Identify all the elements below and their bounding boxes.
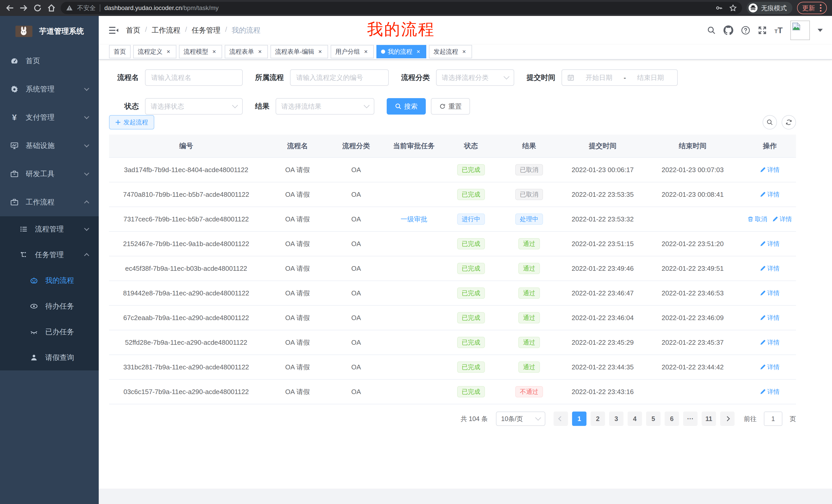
view-tab[interactable]: 流程表单 ×: [225, 45, 268, 58]
detail-link[interactable]: 详情: [772, 215, 792, 223]
sidebar-item-task-mgmt[interactable]: 任务管理: [0, 242, 99, 268]
page-number-button[interactable]: 11: [702, 412, 716, 426]
next-page-button[interactable]: [720, 412, 734, 426]
detail-link[interactable]: 详情: [760, 314, 780, 322]
search-button[interactable]: 搜索: [387, 98, 426, 115]
tab-label: 流程模型: [184, 48, 208, 56]
update-button[interactable]: 更新: [797, 2, 827, 14]
forward-icon[interactable]: [19, 3, 28, 12]
tab-close-icon[interactable]: ×: [363, 48, 369, 55]
process-definition-input[interactable]: [290, 69, 389, 86]
result-badge: 通过: [518, 361, 540, 373]
detail-link[interactable]: 详情: [760, 240, 780, 248]
sidebar-collapse-icon[interactable]: [109, 26, 118, 34]
date-start-placeholder[interactable]: 开始日期: [577, 73, 621, 82]
result-badge: 不通过: [515, 386, 543, 397]
tab-close-icon[interactable]: ×: [257, 48, 263, 55]
detail-link[interactable]: 详情: [760, 264, 780, 273]
avatar-caret-icon[interactable]: [817, 29, 823, 32]
reset-button[interactable]: 重置: [431, 98, 470, 115]
result-badge: 已取消: [515, 189, 543, 200]
page-number-button[interactable]: ···: [683, 412, 698, 426]
sidebar-item-process-mgmt[interactable]: 流程管理: [0, 216, 99, 242]
refresh-table-button[interactable]: [782, 115, 796, 130]
fullscreen-icon[interactable]: [758, 26, 767, 35]
avatar[interactable]: [790, 21, 810, 40]
view-tab[interactable]: 流程模型 ×: [179, 45, 222, 58]
page-number-button[interactable]: 6: [665, 412, 679, 426]
sidebar-item-todo-tasks[interactable]: 待办任务: [0, 293, 99, 319]
back-icon[interactable]: [5, 3, 15, 12]
tab-close-icon[interactable]: ×: [415, 48, 422, 55]
reload-icon[interactable]: [33, 3, 42, 12]
bookmark-star-icon[interactable]: [729, 4, 737, 12]
sidebar-item-workflow[interactable]: 工作流程: [0, 188, 99, 216]
github-icon[interactable]: [724, 25, 733, 35]
sidebar-item-home[interactable]: 首页: [0, 47, 99, 75]
view-tab[interactable]: 我的流程 ×: [376, 45, 426, 58]
process-name-input[interactable]: [145, 69, 243, 86]
cell-submit-time: 2022-01-22 23:46:47: [564, 289, 642, 297]
chevron-up-icon: [84, 253, 89, 258]
sidebar-item-leave-query[interactable]: 请假查询: [0, 345, 99, 370]
toggle-search-button[interactable]: [762, 115, 777, 130]
date-end-placeholder[interactable]: 结束日期: [629, 73, 672, 82]
tab-close-icon[interactable]: ×: [211, 48, 217, 55]
view-tab[interactable]: 发起流程 ×: [429, 45, 472, 58]
help-icon[interactable]: [741, 26, 750, 35]
tab-close-icon[interactable]: ×: [317, 48, 323, 55]
sidebar-item-payment[interactable]: ¥ 支付管理: [0, 103, 99, 132]
app-logo-row[interactable]: 芋道管理系统: [0, 16, 99, 47]
prev-page-button[interactable]: [553, 412, 568, 426]
status-badge: 已完成: [457, 287, 485, 299]
sidebar-item-infra[interactable]: 基础设施: [0, 132, 99, 160]
category-select[interactable]: 请选择流程分类: [436, 69, 514, 86]
breadcrumb-item[interactable]: 任务管理: [192, 25, 220, 35]
page-size-select[interactable]: 10条/页: [496, 412, 545, 426]
page-number-button[interactable]: 1: [572, 412, 587, 426]
sidebar-item-label: 流程管理: [35, 224, 64, 234]
page-number-button[interactable]: 4: [628, 412, 642, 426]
page-number-button[interactable]: 2: [591, 412, 605, 426]
detail-link[interactable]: 详情: [760, 338, 780, 346]
result-select[interactable]: 请选择流结果: [276, 98, 374, 115]
sidebar-item-system[interactable]: 系统管理: [0, 75, 99, 103]
sidebar-item-done-tasks[interactable]: 已办任务: [0, 319, 99, 345]
breadcrumb-item[interactable]: 首页: [126, 25, 140, 35]
page-number-button[interactable]: 5: [646, 412, 660, 426]
sidebar-item-devtools[interactable]: 研发工具: [0, 160, 99, 188]
view-tab[interactable]: 流程表单-编辑 ×: [270, 45, 328, 58]
detail-link[interactable]: 详情: [760, 388, 780, 396]
goto-page-input[interactable]: [764, 412, 782, 426]
detail-link[interactable]: 详情: [760, 363, 780, 371]
search-icon[interactable]: [707, 26, 716, 35]
create-process-button[interactable]: 发起流程: [109, 115, 154, 130]
submit-time-range-picker[interactable]: 开始日期 - 结束日期: [562, 69, 678, 86]
home-icon[interactable]: [47, 3, 56, 12]
current-task-link[interactable]: 一级审批: [400, 215, 427, 223]
address-bar[interactable]: 不安全 dashboard.yudao.iocoder.cn/bpm/task/…: [61, 2, 742, 14]
tab-close-icon[interactable]: ×: [165, 48, 172, 55]
kebab-menu-icon[interactable]: [820, 4, 822, 12]
detail-link[interactable]: 详情: [760, 190, 780, 199]
tab-close-icon[interactable]: ×: [461, 48, 467, 55]
cell-category: OA: [332, 289, 381, 297]
view-tab[interactable]: 用户分组 ×: [331, 45, 374, 58]
page-number-button[interactable]: 3: [609, 412, 623, 426]
password-key-icon[interactable]: [715, 4, 723, 12]
cell-process-name: OA 请假: [263, 363, 332, 372]
cell-category: OA: [332, 191, 381, 199]
chevron-down-icon: [84, 171, 89, 176]
chevron-down-icon: [535, 415, 541, 421]
cancel-link[interactable]: 取消: [748, 215, 767, 223]
sidebar-item-my-process[interactable]: 我的流程: [0, 268, 99, 293]
status-select[interactable]: 请选择状态: [145, 98, 243, 115]
view-tab[interactable]: 首页 ×: [109, 45, 131, 58]
view-tab[interactable]: 流程定义 ×: [133, 45, 176, 58]
detail-link[interactable]: 详情: [760, 289, 780, 297]
font-size-icon[interactable]: [774, 26, 783, 35]
table-body: 3ad174fb-7b9d-11ec-8404-acde48001122 OA …: [109, 158, 796, 404]
detail-link[interactable]: 详情: [760, 166, 780, 174]
column-header: 提交时间: [564, 141, 642, 150]
breadcrumb-item[interactable]: 工作流程: [152, 25, 181, 35]
